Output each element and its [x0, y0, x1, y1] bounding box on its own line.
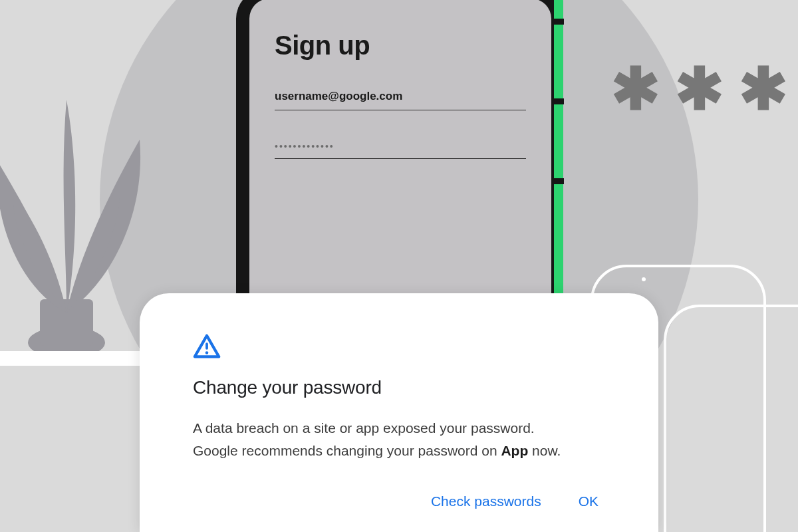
username-field[interactable]: username@google.com [275, 84, 526, 110]
password-field[interactable]: ••••••••••••• [275, 136, 526, 159]
signup-heading: Sign up [275, 31, 526, 61]
asterisk-icon: ✱ [611, 60, 660, 118]
dialog-actions: Check passwords OK [193, 493, 605, 509]
dialog-body: A data breach on a site or app exposed y… [193, 417, 565, 463]
dialog-title: Change your password [193, 377, 605, 398]
dialog-body-app-name: App [501, 443, 528, 458]
plant-illustration [0, 80, 153, 359]
dialog-body-text: A data breach on a site or app exposed y… [193, 420, 535, 459]
ok-button[interactable]: OK [579, 493, 598, 509]
svg-rect-5 [205, 342, 208, 350]
svg-rect-3 [665, 306, 798, 532]
asterisk-icon: ✱ [739, 60, 788, 118]
warning-triangle-icon [193, 333, 221, 360]
breach-warning-dialog: Change your password A data breach on a … [140, 293, 658, 532]
illustration-stage: ✱ ✱ ✱ Sign up username@google.com ••••••… [0, 0, 798, 532]
svg-point-6 [205, 351, 209, 354]
password-asterisks-decor: ✱ ✱ ✱ [611, 60, 788, 118]
svg-point-4 [642, 277, 646, 281]
check-passwords-button[interactable]: Check passwords [431, 493, 541, 509]
asterisk-icon: ✱ [675, 60, 724, 118]
dialog-body-text-end: now. [528, 443, 561, 458]
